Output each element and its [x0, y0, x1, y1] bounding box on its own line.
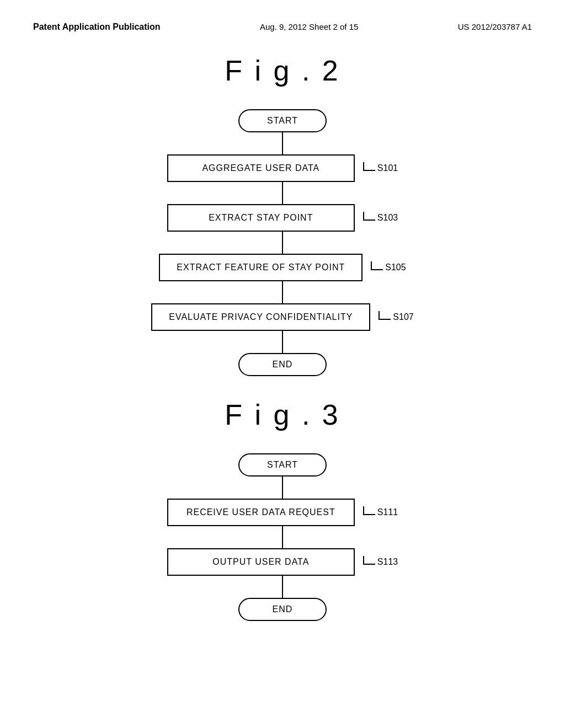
fig2-start-terminal: START [238, 109, 327, 132]
fig2-step-s103-step: S103 [377, 213, 398, 223]
fig2-step-s107-label: S107 [379, 312, 413, 322]
fig3-step-s113-label: S113 [363, 557, 398, 567]
fig3-flowchart: START RECEIVE USER DATA REQUEST S111 OUT… [33, 453, 532, 621]
fig2-step-s101-label: S101 [363, 163, 398, 173]
fig3-step-s111-box: RECEIVE USER DATA REQUEST [167, 499, 355, 526]
fig2-step-s103-label: S103 [363, 213, 398, 223]
fig3-step-s113-box: OUTPUT USER DATA [167, 548, 355, 576]
connector-7 [282, 526, 283, 548]
fig2-step-s101-step: S101 [377, 163, 398, 173]
header-right: US 2012/203787 A1 [458, 22, 532, 31]
fig2-step-s103-text: EXTRACT STAY POINT [209, 213, 313, 222]
fig3-step-s113-step: S113 [377, 557, 398, 567]
fig2-step-s101-text: AGGREGATE USER DATA [202, 163, 319, 173]
fig3-end-terminal: END [238, 598, 327, 621]
fig2-step-s107-step: S107 [393, 312, 413, 322]
fig2-step-s103-box: EXTRACT STAY POINT [167, 204, 355, 232]
fig2-step-s105-step: S105 [385, 263, 406, 272]
fig2-step-s101-box: AGGREGATE USER DATA [167, 154, 355, 182]
fig2-step-s105-label: S105 [371, 263, 406, 272]
connector-8 [282, 576, 283, 598]
fig2-step-s107-wrapper: EVALUATE PRIVACY CONFIDENTIALITY S107 [151, 303, 413, 331]
fig2-step-s105-wrapper: EXTRACT FEATURE OF STAY POINT S105 [159, 254, 406, 281]
fig2-title: F i g . 2 [33, 54, 532, 87]
connector-5 [282, 331, 283, 353]
fig2-flowchart: START AGGREGATE USER DATA S101 EXTRACT S… [33, 109, 532, 376]
fig2-end-terminal: END [238, 353, 327, 376]
page-header: Patent Application Publication Aug. 9, 2… [33, 22, 532, 32]
fig3-step-s113-text: OUTPUT USER DATA [212, 557, 309, 566]
fig2-step-s107-text: EVALUATE PRIVACY CONFIDENTIALITY [169, 312, 353, 322]
fig3-step-s111-wrapper: RECEIVE USER DATA REQUEST S111 [167, 499, 398, 526]
fig2-section: F i g . 2 START AGGREGATE USER DATA S101… [33, 54, 532, 376]
page: Patent Application Publication Aug. 9, 2… [0, 0, 565, 728]
fig3-title: F i g . 3 [33, 398, 532, 431]
fig2-step-s105-text: EXTRACT FEATURE OF STAY POINT [177, 263, 345, 272]
fig3-section: F i g . 3 START RECEIVE USER DATA REQUES… [33, 398, 532, 621]
fig2-step-s101-wrapper: AGGREGATE USER DATA S101 [167, 154, 398, 182]
connector-4 [282, 281, 283, 303]
fig3-step-s111-label: S111 [363, 507, 398, 517]
header-left: Patent Application Publication [33, 22, 161, 32]
fig3-step-s111-text: RECEIVE USER DATA REQUEST [186, 507, 335, 517]
connector-1 [282, 132, 283, 154]
connector-2 [282, 182, 283, 204]
fig3-start-terminal: START [238, 453, 327, 477]
connector-3 [282, 232, 283, 254]
fig3-step-s111-step: S111 [377, 507, 398, 517]
connector-6 [282, 477, 283, 499]
fig2-step-s107-box: EVALUATE PRIVACY CONFIDENTIALITY [151, 303, 370, 331]
fig2-step-s103-wrapper: EXTRACT STAY POINT S103 [167, 204, 398, 232]
fig2-step-s105-box: EXTRACT FEATURE OF STAY POINT [159, 254, 363, 281]
header-center: Aug. 9, 2012 Sheet 2 of 15 [260, 22, 358, 31]
fig3-step-s113-wrapper: OUTPUT USER DATA S113 [167, 548, 398, 576]
